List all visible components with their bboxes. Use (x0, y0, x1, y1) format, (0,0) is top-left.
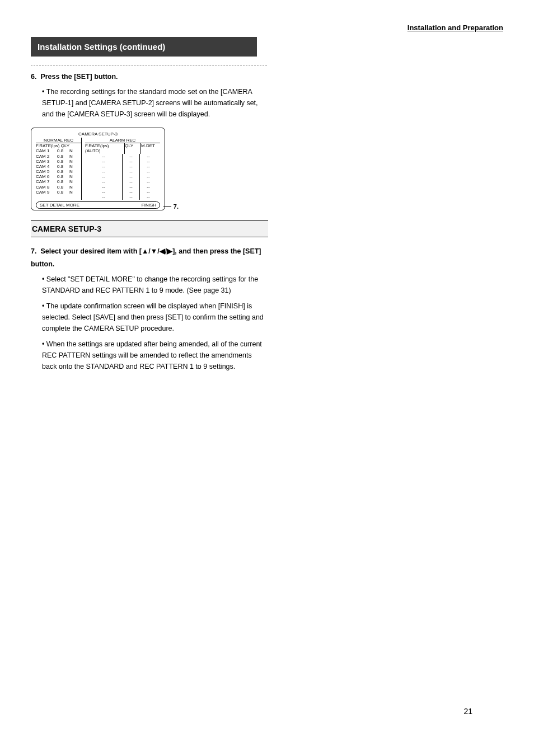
table-row: ------ (85, 174, 160, 179)
diagram-callout-7: 7. (163, 202, 179, 212)
step-7-heading: 7. Select your desired item with [▲/▼/◀/… (31, 245, 266, 270)
step-6-number: 6. (31, 73, 36, 81)
step-6-bullets: The recording settings for the standard … (31, 86, 266, 120)
step-7-number: 7. (31, 247, 36, 255)
camera-setup-3-diagram: CAMERA SETUP-3 NORMAL REC F.RATE(ips) QL… (31, 128, 165, 211)
normal-rec-head: NORMAL REC (36, 138, 81, 143)
alarm-rec-head: ALARM REC (85, 138, 160, 143)
table-row: ------ (85, 179, 160, 184)
camera-setup-3-heading: CAMERA SETUP-3 (31, 220, 268, 237)
step-6-bullet-1: The recording settings for the standard … (42, 86, 266, 120)
table-row: ------ (85, 195, 160, 200)
table-row: ------ (85, 169, 160, 174)
normal-rec-subhead: F.RATE(ips) QLY (36, 143, 81, 148)
step-7-bullet-3: When the settings are updated after bein… (42, 339, 266, 372)
table-row: CAM 40.8N (36, 164, 81, 169)
callout-7-text: 7. (174, 202, 179, 212)
table-row: ------ (85, 164, 160, 169)
step-7-bullet-2: The update confirmation screen will be d… (42, 300, 266, 334)
table-row: ------ (85, 185, 160, 190)
table-row: CAM 80.8N (36, 185, 81, 190)
table-row: CAM 20.8N (36, 154, 81, 159)
page-number: 21 (463, 706, 472, 718)
table-row: ------ (85, 159, 160, 164)
table-row: CAM 50.8N (36, 169, 81, 174)
table-row: ------ (85, 154, 160, 159)
diagram-title: CAMERA SETUP-3 (36, 132, 160, 137)
arrow-glyphs: ▲/▼/◀/▶ (142, 247, 172, 255)
step-6-text: Press the [SET] button. (40, 73, 118, 81)
alarm-sub-qly: QLY (125, 143, 141, 153)
table-row: CAM 30.8N (36, 159, 81, 164)
diagram-footer-row: SET DETAIL MORE FINISH (36, 201, 160, 209)
step-6-heading: 6. Press the [SET] button. (31, 72, 503, 82)
set-detail-more-label: SET DETAIL MORE (40, 203, 79, 208)
finish-label: FINISH (142, 203, 156, 208)
table-row: ------ (85, 190, 160, 195)
step-7-text-before: Select your desired item with [ (40, 247, 142, 255)
step-7-bullets: Select "SET DETAIL MORE" to change the r… (31, 274, 266, 372)
title-bar: Installation Settings (continued) (31, 37, 257, 57)
page-section-header: Installation and Preparation (31, 22, 503, 34)
table-row: CAM 70.8N (36, 179, 81, 184)
alarm-sub-rate: F.RATE(ips) (AUTO) (85, 143, 125, 153)
table-row: CAM 10.8N (36, 148, 81, 153)
table-row: CAM 90.8N (36, 190, 81, 195)
alarm-sub-mdet: M.DET (141, 143, 160, 153)
table-row: CAM 60.8N (36, 174, 81, 179)
step-7-bullet-1: Select "SET DETAIL MORE" to change the r… (42, 274, 266, 296)
dashed-separator (31, 65, 267, 66)
